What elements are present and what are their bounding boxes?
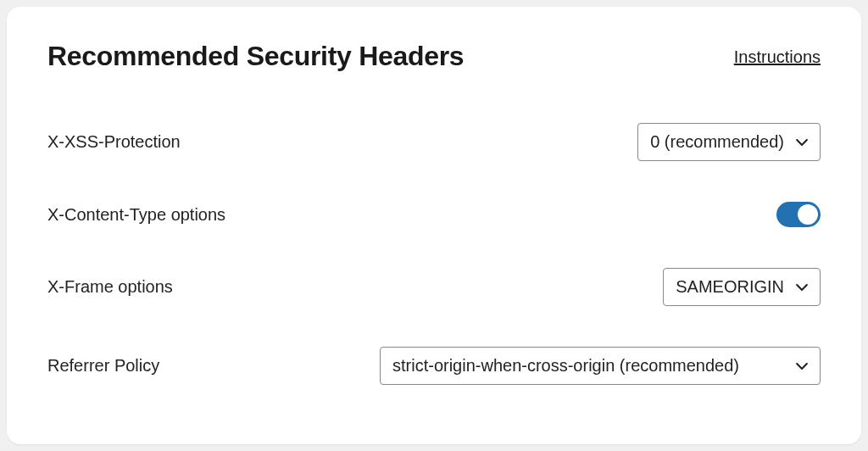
toggle-knob <box>798 204 818 225</box>
referrer-policy-select[interactable]: strict-origin-when-cross-origin (recomme… <box>380 347 821 385</box>
row-frame-options: X-Frame options SAMEORIGIN <box>47 268 821 306</box>
xss-protection-select[interactable]: 0 (recommended) <box>637 123 821 161</box>
content-type-options-label: X-Content-Type options <box>47 205 225 225</box>
card-header: Recommended Security Headers Instruction… <box>47 41 821 72</box>
chevron-down-icon <box>796 360 808 372</box>
frame-options-value: SAMEORIGIN <box>676 277 784 297</box>
row-xss-protection: X-XSS-Protection 0 (recommended) <box>47 123 821 161</box>
instructions-link[interactable]: Instructions <box>734 47 821 67</box>
card-title: Recommended Security Headers <box>47 41 464 72</box>
frame-options-label: X-Frame options <box>47 277 173 297</box>
content-type-options-toggle[interactable] <box>776 202 821 227</box>
xss-protection-label: X-XSS-Protection <box>47 132 181 152</box>
xss-protection-value: 0 (recommended) <box>650 132 784 152</box>
referrer-policy-label: Referrer Policy <box>47 356 159 376</box>
chevron-down-icon <box>796 281 808 293</box>
row-referrer-policy: Referrer Policy strict-origin-when-cross… <box>47 347 821 385</box>
frame-options-select[interactable]: SAMEORIGIN <box>663 268 821 306</box>
chevron-down-icon <box>796 136 808 148</box>
row-content-type-options: X-Content-Type options <box>47 202 821 227</box>
referrer-policy-value: strict-origin-when-cross-origin (recomme… <box>392 356 739 376</box>
security-headers-card: Recommended Security Headers Instruction… <box>7 7 861 444</box>
